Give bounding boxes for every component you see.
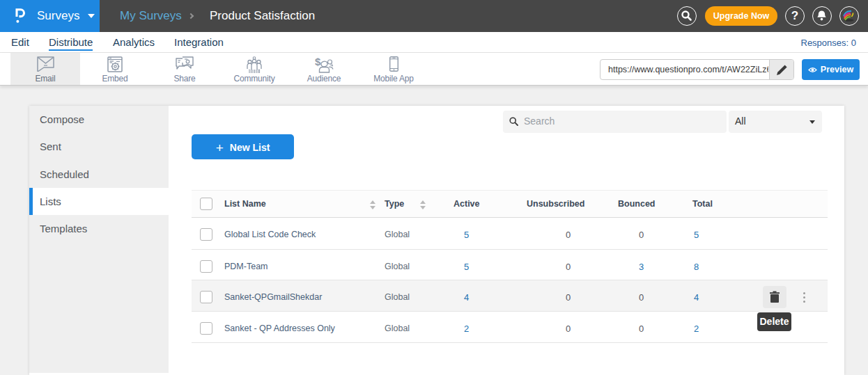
svg-text:$: $	[315, 56, 321, 67]
